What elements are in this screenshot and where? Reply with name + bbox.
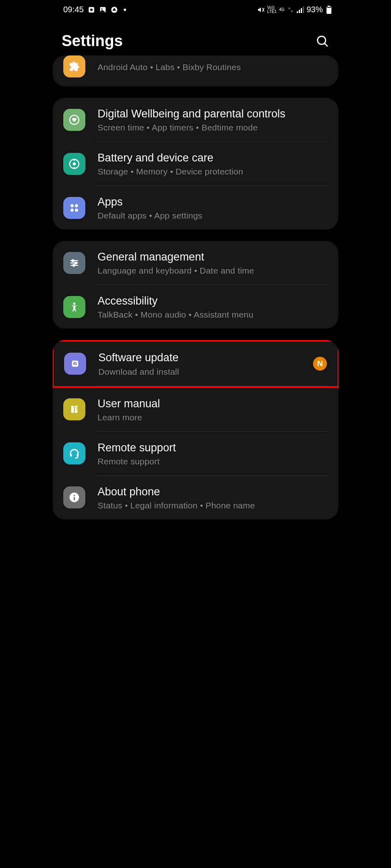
- sliders-icon: [63, 252, 85, 274]
- settings-item-sub: Default apps • App settings: [98, 211, 328, 221]
- puzzle-icon: [63, 55, 85, 77]
- settings-item-title: User manual: [98, 397, 328, 411]
- settings-item-sub: Status • Legal information • Phone name: [98, 501, 328, 510]
- settings-item-general-management[interactable]: General management Language and keyboard…: [53, 241, 338, 285]
- svg-rect-13: [327, 7, 331, 8]
- svg-rect-11: [328, 6, 330, 7]
- settings-item-user-manual[interactable]: ? User manual Learn more: [53, 388, 338, 431]
- svg-point-29: [73, 303, 76, 305]
- svg-line-15: [324, 43, 327, 46]
- status-right: Vo)) LTE1 4G 93%: [257, 5, 333, 14]
- svg-point-1: [90, 9, 93, 11]
- care-circle-icon: [63, 153, 85, 175]
- apps-grid-icon: [63, 197, 85, 219]
- svg-point-14: [318, 36, 326, 44]
- more-notifications-dot: [124, 9, 126, 11]
- svg-point-18: [73, 162, 76, 166]
- status-time: 09:45: [63, 5, 84, 14]
- network-type: 4G: [279, 8, 284, 12]
- svg-rect-8: [299, 10, 300, 13]
- settings-item-about-phone[interactable]: About phone Status • Legal information •…: [53, 476, 338, 519]
- mute-icon: [257, 6, 264, 13]
- settings-item-software-update[interactable]: Software update Download and install N: [53, 342, 338, 385]
- settings-item-sub: Language and keyboard • Date and time: [98, 266, 328, 276]
- svg-rect-34: [70, 454, 72, 457]
- search-button[interactable]: [315, 34, 329, 48]
- settings-item-digital-wellbeing[interactable]: Digital Wellbeing and parental controls …: [53, 98, 338, 141]
- settings-item-remote-support[interactable]: Remote support Remote support: [53, 432, 338, 475]
- settings-item-title: Battery and device care: [98, 151, 328, 165]
- svg-point-24: [72, 260, 74, 262]
- svg-rect-7: [297, 11, 298, 13]
- settings-item-sub: Storage • Memory • Device protection: [98, 167, 328, 177]
- status-bar: 09:45 Vo)) LTE1 4G 93%: [49, 0, 342, 18]
- settings-group: Android Auto • Labs • Bixby Routines: [53, 55, 338, 86]
- settings-item-title: Accessibility: [98, 294, 328, 308]
- page-title: Settings: [62, 32, 123, 50]
- data-arrows-icon: [287, 6, 294, 13]
- settings-item-apps[interactable]: Apps Default apps • App settings: [53, 186, 338, 230]
- battery-icon: [325, 6, 333, 13]
- settings-item-sub: Android Auto • Labs • Bixby Routines: [98, 62, 328, 72]
- svg-point-26: [75, 262, 77, 264]
- settings-item-sub: Download and install: [98, 367, 308, 377]
- highlight-annotation: Software update Download and install N: [53, 340, 338, 387]
- search-icon: [315, 34, 329, 48]
- volte-label: Vo)) LTE1: [267, 6, 276, 14]
- svg-point-3: [101, 8, 102, 9]
- settings-item-sub: TalkBack • Mono audio • Assistant menu: [98, 310, 328, 320]
- heart-circle-icon: [63, 109, 85, 131]
- settings-item-title: Digital Wellbeing and parental controls: [98, 107, 328, 121]
- gallery-icon: [99, 6, 107, 13]
- svg-point-28: [73, 264, 75, 266]
- settings-group: Software update Download and install N ?…: [53, 340, 338, 519]
- battery-pct: 93%: [307, 5, 323, 14]
- svg-rect-10: [303, 7, 304, 13]
- svg-rect-9: [301, 8, 302, 13]
- svg-point-37: [73, 495, 75, 497]
- settings-item-sub: Screen time • App timers • Bedtime mode: [98, 123, 328, 133]
- accessibility-person-icon: [63, 296, 85, 318]
- settings-item-advanced-features[interactable]: Android Auto • Labs • Bixby Routines: [53, 55, 338, 86]
- settings-item-battery-care[interactable]: Battery and device care Storage • Memory…: [53, 142, 338, 186]
- manual-icon: ?: [63, 398, 85, 420]
- divider: [98, 386, 327, 386]
- settings-item-sub: Remote support: [98, 457, 328, 466]
- svg-point-22: [75, 208, 78, 212]
- update-notification-icon: [111, 6, 118, 13]
- header: Settings: [49, 18, 342, 58]
- headset-icon: [63, 442, 85, 464]
- settings-item-title: Software update: [98, 351, 308, 365]
- svg-point-21: [71, 208, 74, 212]
- svg-rect-38: [73, 497, 75, 500]
- settings-item-sub: Learn more: [98, 413, 328, 422]
- settings-item-title: Apps: [98, 195, 328, 209]
- svg-point-20: [75, 204, 78, 208]
- signal-icon: [297, 6, 304, 13]
- svg-rect-31: [71, 406, 74, 413]
- svg-text:?: ?: [75, 406, 77, 411]
- svg-rect-35: [77, 454, 79, 457]
- notification-badge: N: [313, 357, 327, 371]
- notification-icon: [88, 6, 95, 13]
- settings-item-title: General management: [98, 250, 328, 264]
- status-left: 09:45: [63, 5, 126, 14]
- update-icon: [64, 353, 86, 375]
- settings-group: General management Language and keyboard…: [53, 241, 338, 329]
- svg-point-19: [71, 204, 74, 208]
- settings-list: Android Auto • Labs • Bixby Routines Dig…: [49, 55, 342, 547]
- settings-item-accessibility[interactable]: Accessibility TalkBack • Mono audio • As…: [53, 285, 338, 329]
- info-icon: [63, 486, 85, 508]
- settings-item-title: Remote support: [98, 441, 328, 455]
- settings-item-title: About phone: [98, 485, 328, 499]
- settings-group: Digital Wellbeing and parental controls …: [53, 98, 338, 230]
